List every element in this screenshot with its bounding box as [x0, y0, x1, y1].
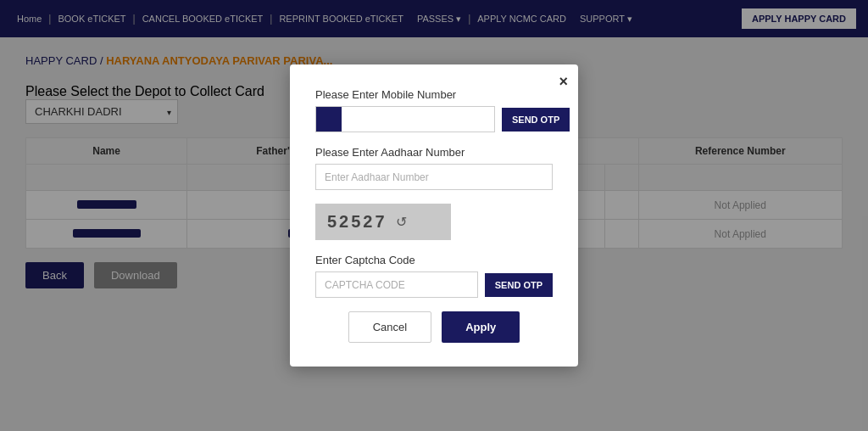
mobile-prefix	[316, 107, 342, 132]
modal-overlay: × Please Enter Mobile Number SEND OTP Pl…	[0, 0, 868, 431]
captcha-input[interactable]	[315, 271, 478, 298]
aadhaar-input-row	[315, 164, 553, 190]
mobile-input-row: SEND OTP	[315, 106, 553, 132]
aadhaar-input[interactable]	[315, 164, 553, 190]
refresh-captcha-icon[interactable]: ↺	[396, 214, 407, 230]
cancel-button[interactable]: Cancel	[348, 311, 431, 343]
captcha-value: 52527	[327, 212, 387, 232]
mobile-input[interactable]	[342, 107, 494, 132]
mobile-input-container	[315, 106, 495, 132]
captcha-input-row: SEND OTP	[315, 271, 553, 298]
aadhaar-label: Please Enter Aadhaar Number	[315, 146, 553, 159]
apply-button[interactable]: Apply	[442, 311, 520, 343]
captcha-box: 52527 ↺	[315, 204, 451, 240]
captcha-label: Enter Captcha Code	[315, 254, 553, 266]
send-otp-button-2[interactable]: SEND OTP	[485, 273, 553, 297]
send-otp-button-1[interactable]: SEND OTP	[502, 108, 570, 132]
modal-button-row: Cancel Apply	[315, 311, 553, 343]
close-button[interactable]: ×	[559, 73, 568, 91]
mobile-label: Please Enter Mobile Number	[315, 88, 553, 101]
modal-dialog: × Please Enter Mobile Number SEND OTP Pl…	[290, 64, 578, 367]
